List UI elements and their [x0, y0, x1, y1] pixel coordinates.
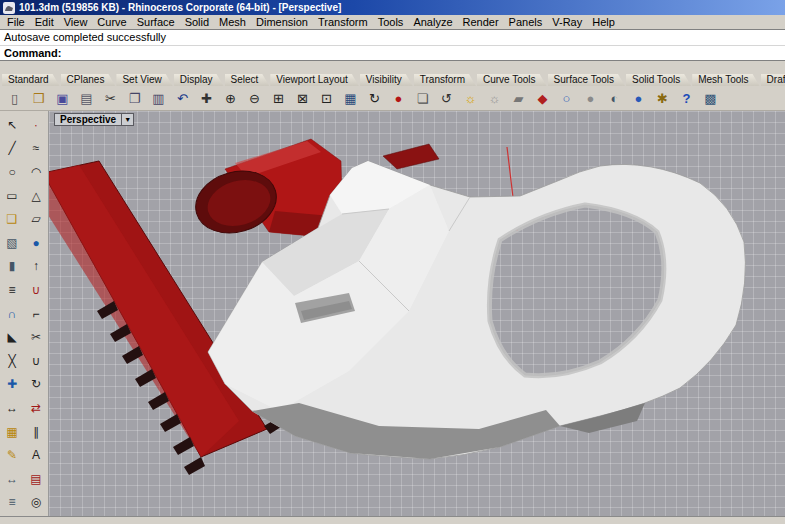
join-icon[interactable]: ∪	[24, 349, 48, 373]
toolbar-tab[interactable]: CPlanes	[61, 74, 116, 86]
save-file-icon[interactable]: ▣	[51, 87, 74, 109]
rectangle-icon[interactable]: ▭	[0, 184, 24, 208]
car-icon[interactable]: ●	[387, 87, 410, 109]
toolbar-tab[interactable]: Select	[225, 74, 270, 86]
menu-item[interactable]: Help	[587, 16, 620, 28]
text-icon[interactable]: A	[24, 443, 48, 467]
layers-icon[interactable]: ▤	[24, 467, 48, 491]
properties-icon[interactable]: ≡	[0, 491, 24, 515]
menu-item[interactable]: Transform	[313, 16, 373, 28]
menu-item[interactable]: Render	[458, 16, 504, 28]
main-toolbar: ▯ ❒ ▣ ▤ ✂ ❐ ▥ ↶ ✚ ⊕ ⊖ ⊞ ⊠ ⊡ ▦ ↻ ● ❏ ↺ ☼ …	[0, 86, 785, 111]
toolbar-tab[interactable]: Mesh Tools	[692, 74, 759, 86]
scale-icon[interactable]: ↔	[0, 396, 24, 420]
window-title: 101.3dm (519856 KB) - Rhinoceros Corpora…	[19, 2, 341, 13]
menu-item[interactable]: Tools	[373, 16, 409, 28]
cut-icon[interactable]: ✂	[99, 87, 122, 109]
cylinder-icon[interactable]: ▮	[0, 255, 24, 279]
undo-view-icon[interactable]: ↺	[435, 87, 458, 109]
dimension-icon[interactable]: ↔	[0, 467, 24, 491]
print-icon[interactable]: ▤	[75, 87, 98, 109]
line-icon[interactable]: ╱	[0, 137, 24, 161]
polygon-icon[interactable]: △	[24, 184, 48, 208]
toolbar-tab[interactable]: Surface Tools	[548, 74, 625, 86]
image-icon[interactable]: ▩	[699, 87, 722, 109]
box-icon[interactable]: ▧	[0, 231, 24, 255]
menu-item[interactable]: Analyze	[408, 16, 457, 28]
zoom-out-icon[interactable]: ⊖	[243, 87, 266, 109]
menu-item[interactable]: Curve	[92, 16, 131, 28]
zoom-window-icon[interactable]: ⊞	[267, 87, 290, 109]
trim-icon[interactable]: ✂	[24, 325, 48, 349]
wireframe-sphere-icon[interactable]: ○	[555, 87, 578, 109]
menu-item[interactable]: Edit	[30, 16, 59, 28]
arc-icon[interactable]: ◠	[24, 160, 48, 184]
shaded-sphere-icon[interactable]: ●	[579, 87, 602, 109]
copy-display-icon[interactable]: ❏	[411, 87, 434, 109]
menu-item[interactable]: File	[2, 16, 30, 28]
toolbar-tab[interactable]: Drafting	[761, 74, 785, 86]
lightbulb-off-icon[interactable]: ☼	[483, 87, 506, 109]
surface-icon[interactable]: ❑	[0, 207, 24, 231]
menu-item[interactable]: Panels	[504, 16, 548, 28]
toolbar-tab[interactable]: Solid Tools	[626, 74, 691, 86]
ghosted-sphere-icon[interactable]: ◐	[603, 87, 626, 109]
chamfer-icon[interactable]: ◣	[0, 325, 24, 349]
chevron-down-icon[interactable]: ▼	[122, 113, 134, 126]
loft-icon[interactable]: ≡	[0, 278, 24, 302]
rendered-sphere-icon[interactable]: ●	[627, 87, 650, 109]
copy-icon[interactable]: ❐	[123, 87, 146, 109]
menu-item[interactable]: Surface	[132, 16, 180, 28]
lock-icon[interactable]: ▰	[507, 87, 530, 109]
toolbar-tab[interactable]: Standard	[2, 74, 60, 86]
sphere-icon[interactable]: ●	[24, 231, 48, 255]
offset-icon[interactable]: ∥	[24, 420, 48, 444]
zoom-dynamic-icon[interactable]: ⊕	[219, 87, 242, 109]
rotate-view-icon[interactable]: ↻	[363, 87, 386, 109]
help-icon[interactable]: ?	[675, 87, 698, 109]
extrude-icon[interactable]: ↑	[24, 255, 48, 279]
point-icon[interactable]: ∙	[24, 113, 48, 137]
rotate-icon[interactable]: ↻	[24, 373, 48, 397]
select-pointer-icon[interactable]: ↖	[0, 113, 24, 137]
plane-icon[interactable]: ▱	[24, 207, 48, 231]
array-icon[interactable]: ▦	[0, 420, 24, 444]
toolbar-tab[interactable]: Set View	[116, 74, 172, 86]
shield-icon[interactable]: ◆	[531, 87, 554, 109]
toolbar-tabs: Standard CPlanes Set View Display Select…	[0, 73, 785, 86]
toolbar-tab[interactable]: Transform	[414, 74, 476, 86]
gear-icon[interactable]: ✱	[651, 87, 674, 109]
model-hedge-trimmer[interactable]	[49, 111, 785, 516]
menu-item[interactable]: Solid	[180, 16, 214, 28]
zoom-extents-icon[interactable]: ⊠	[291, 87, 314, 109]
toolbar-tab[interactable]: Display	[174, 74, 224, 86]
new-file-icon[interactable]: ▯	[3, 87, 26, 109]
pencil-icon[interactable]: ✎	[0, 443, 24, 467]
pan-hand-icon[interactable]: ✚	[195, 87, 218, 109]
open-file-icon[interactable]: ❒	[27, 87, 50, 109]
menu-item[interactable]: Dimension	[251, 16, 313, 28]
paste-icon[interactable]: ▥	[147, 87, 170, 109]
union-icon[interactable]: ∪	[24, 278, 48, 302]
viewport-title-label[interactable]: Perspective	[54, 113, 122, 126]
intersect-icon[interactable]: ∩	[0, 302, 24, 326]
circle-icon[interactable]: ○	[0, 160, 24, 184]
zoom-selected-icon[interactable]: ⊡	[315, 87, 338, 109]
viewport-layout-icon[interactable]: ▦	[339, 87, 362, 109]
toolbar-tab[interactable]: Visibility	[360, 74, 413, 86]
fillet-icon[interactable]: ⌐	[24, 302, 48, 326]
undo-icon[interactable]: ↶	[171, 87, 194, 109]
toolbar-tab[interactable]: Viewport Layout	[270, 74, 359, 86]
menu-item[interactable]: V-Ray	[547, 16, 587, 28]
menu-item[interactable]: View	[59, 16, 93, 28]
toolbar-tab[interactable]: Curve Tools	[477, 74, 547, 86]
perspective-viewport[interactable]: Perspective ▼	[49, 111, 785, 516]
move-icon[interactable]: ✚	[0, 373, 24, 397]
display-icon[interactable]: ◎	[24, 491, 48, 515]
curve-icon[interactable]: ≈	[24, 137, 48, 161]
menu-item[interactable]: Mesh	[214, 16, 251, 28]
command-input[interactable]: Command:	[0, 46, 785, 60]
split-icon[interactable]: ╳	[0, 349, 24, 373]
mirror-icon[interactable]: ⇄	[24, 396, 48, 420]
lightbulb-on-icon[interactable]: ☼	[459, 87, 482, 109]
